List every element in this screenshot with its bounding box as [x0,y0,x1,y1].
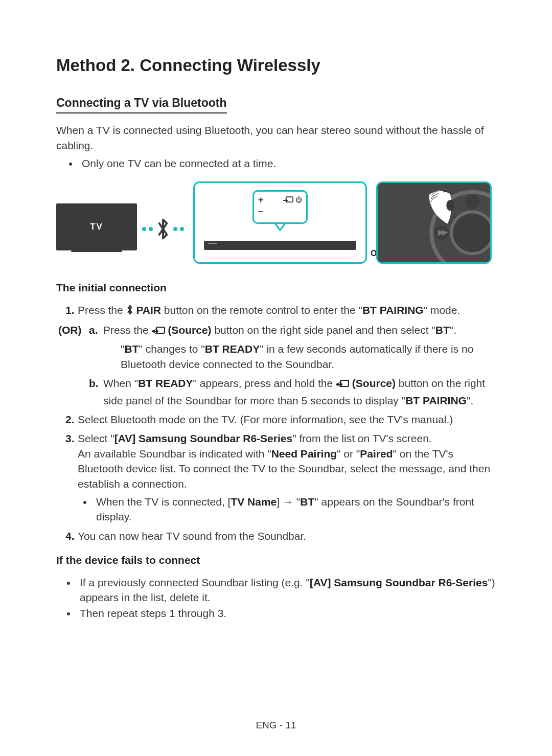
side-panel-callout: + ⏻ – [252,190,308,224]
source-icon [282,196,293,204]
fail-bullet-2: Then repeat steps 1 through 3. [77,606,496,621]
step-1a-line2: "BT" changes to "BT READY" in a few seco… [103,341,496,372]
bluetooth-signal-icon [142,218,184,240]
minus-icon: – [258,205,263,218]
svg-point-3 [451,212,490,254]
intro-bullet: Only one TV can be connected at a time. [79,156,496,171]
fail-bullets: If a previously connected Soundbar listi… [56,575,496,621]
soundbar-illustration [204,241,356,250]
step-2: Select Bluetooth mode on the TV. (For mo… [65,412,496,427]
intro-text: When a TV is connected using Bluetooth, … [56,123,496,153]
svg-point-6 [446,200,454,211]
step-3-bullets: When the TV is connected, [TV Name] → "B… [78,494,496,524]
initial-connection-heading: The initial connection [56,280,496,295]
tv-label: TV [56,203,137,250]
power-icon: ⏻ [295,195,302,204]
step-1b: b. When "BT READY" appears, press and ho… [89,376,496,408]
step-4: You can now hear TV sound from the Sound… [65,529,496,543]
or-badge: (OR) [58,323,82,337]
source-icon [336,379,349,391]
section-heading-bluetooth: Connecting a TV via Bluetooth [56,95,227,113]
initial-steps-list: Press the PAIR button on the remote cont… [56,303,496,318]
step-3-line2: An available Soundbar is indicated with … [78,446,496,491]
step-3: Select "[AV] Samsung Soundbar R6-Series"… [65,431,496,524]
soundbar-panel-illustration: + ⏻ – OR [193,181,367,264]
step-1a: (OR) a. Press the (Source) button on the… [89,323,496,372]
intro-bullet-list: Only one TV can be connected at a time. [56,156,496,171]
step-3-bullet: When the TV is connected, [TV Name] → "B… [93,494,496,524]
tv-illustration: TV [56,203,137,255]
source-icon [152,326,165,338]
page-title: Method 2. Connecting Wirelessly [56,54,496,77]
bluetooth-icon [126,305,133,317]
page-footer: ENG - 11 [0,719,552,732]
step-1: Press the PAIR button on the remote cont… [65,303,496,318]
or-sub-steps: (OR) a. Press the (Source) button on the… [56,323,496,408]
soundbar-button-illustration [376,181,492,264]
bluetooth-icon [155,218,171,240]
fail-bullet-1: If a previously connected Soundbar listi… [77,575,496,605]
svg-point-4 [465,195,479,209]
figure-row: TV + ⏻ [56,181,496,264]
fail-heading: If the device fails to connect [56,553,496,567]
steps-continued: Select Bluetooth mode on the TV. (For mo… [56,412,496,543]
